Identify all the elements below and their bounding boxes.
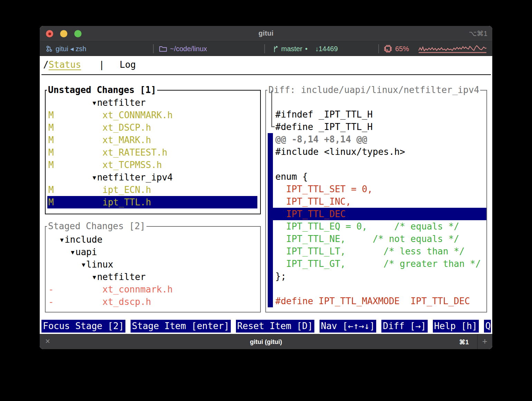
diff-line-removed[interactable]: IPT_TTL_INC, <box>266 195 486 208</box>
session-segment: gitui ◂ zsh <box>46 41 86 56</box>
file-row[interactable]: M xt_RATEEST.h <box>46 146 260 159</box>
cpu-chip-icon <box>383 44 392 53</box>
staged-panel-title: Staged Changes [2] <box>47 220 146 232</box>
diff-line-added[interactable]: IPT_TTL_LT, /* less than */ <box>266 245 486 258</box>
window-shortcut-hint: ⌥⌘1 <box>469 29 487 38</box>
tab-bar-separator <box>477 334 478 349</box>
diff-line-added[interactable]: IPT_TTL_GT, /* greater than */ <box>266 258 486 270</box>
quit-button-truncated[interactable]: Qu <box>484 320 491 333</box>
keybind-bar: Focus Stage [2] Stage Item [enter] Reset… <box>41 320 491 333</box>
tree-dir-row[interactable]: ▾netfilter_ipv4 <box>46 171 260 184</box>
diff-line-removed[interactable]: #define IPT_TTL_MAXMODE IPT_TTL_DEC <box>266 295 486 307</box>
branch-name: master <box>281 45 302 53</box>
diff-line[interactable]: #include <linux/types.h> <box>266 146 486 158</box>
tree-dir-row[interactable]: ▾netfilter <box>46 271 260 283</box>
window-title: gitui <box>40 29 492 37</box>
diff-line-added[interactable]: IPT_TTL_NE, /* not equals */ <box>266 233 486 245</box>
file-row[interactable]: M xt_DSCP.h <box>46 121 260 134</box>
diff-line[interactable]: }; <box>266 270 486 282</box>
diff-line[interactable]: #define _IPT_TTL_H <box>266 121 486 133</box>
terminal-window: gitui ⌥⌘1 gitui ◂ zsh ~/code/linux <box>40 26 492 349</box>
tree-dir-row[interactable]: ▾linux <box>46 258 260 271</box>
tab-separator-rule <box>41 74 491 75</box>
tab-log[interactable]: Log <box>120 59 136 70</box>
cwd-path: ~/code/linux <box>170 45 207 53</box>
statusbar-divider <box>378 44 379 53</box>
file-row-selected[interactable]: M ipt_TTL.h <box>47 196 257 208</box>
tree-dir-row[interactable]: ▾netfilter <box>46 96 260 109</box>
commits-behind-count: ↓14469 <box>315 45 338 53</box>
status-bar: gitui ◂ zsh ~/code/linux master • ↓14469 <box>40 41 492 56</box>
cpu-usage: 65% <box>395 45 409 53</box>
git-branch-icon <box>273 45 278 53</box>
folder-icon <box>159 45 167 52</box>
gitui-app: /Status|Log Unstaged Changes [1] ▾netfil… <box>40 56 492 334</box>
statusbar-divider <box>264 44 265 53</box>
tab-shortcut-hint: ⌘1 <box>459 338 469 346</box>
path-segment: ~/code/linux <box>159 41 207 56</box>
diff-panel: Diff: include/uapi/linux/netfilter_ipv4 … <box>265 90 487 313</box>
file-row[interactable]: M ipt_ECN.h <box>46 184 260 196</box>
diff-line-added[interactable]: IPT_TTL_EQ = 0, /* equals */ <box>266 220 486 233</box>
unstaged-panel-title: Unstaged Changes [1] <box>47 84 157 96</box>
nav-button[interactable]: Nav [←↑→↓] <box>320 320 377 333</box>
cpu-segment: 65% <box>383 41 409 56</box>
diff-panel-title: Diff: include/uapi/linux/netfilter_ipv4 <box>267 84 480 96</box>
diff-line-removed[interactable]: IPT_TTL_SET = 0, <box>266 183 486 195</box>
file-row[interactable]: - xt_connmark.h <box>46 283 260 296</box>
file-row[interactable]: - xt_dscp.h <box>46 296 260 308</box>
diff-line[interactable]: #ifndef _IPT_TTL_H <box>266 108 486 121</box>
stage-item-button[interactable]: Stage Item [enter] <box>131 320 231 333</box>
branch-dirty-dot: • <box>305 45 307 53</box>
statusbar-divider <box>153 44 154 53</box>
file-row[interactable]: M xt_CONNMARK.h <box>46 109 260 121</box>
diff-line[interactable] <box>266 282 486 295</box>
tab-prefix: / <box>43 59 49 70</box>
terminal-tab-bar: × gitui (gitui) ⌘1 + <box>40 334 492 349</box>
tab-status[interactable]: Status <box>49 59 81 70</box>
title-bar: gitui ⌥⌘1 <box>40 26 492 41</box>
diff-line[interactable]: enum { <box>266 170 486 183</box>
file-row[interactable]: M xt_MARK.h <box>46 134 260 146</box>
cpu-sparkline <box>418 44 487 56</box>
tree-dir-row[interactable]: ▾include <box>46 233 260 246</box>
reset-item-button[interactable]: Reset Item [D] <box>236 320 314 333</box>
new-tab-icon[interactable]: + <box>482 336 487 347</box>
diff-line-selected[interactable]: IPT_TTL_DEC <box>268 208 486 220</box>
unstaged-changes-panel: Unstaged Changes [1] ▾netfilter M xt_CON… <box>45 90 261 214</box>
git-segment: master • ↓14469 <box>273 41 338 56</box>
diff-line[interactable] <box>266 96 486 108</box>
session-label: gitui ◂ zsh <box>56 45 86 53</box>
diff-line[interactable] <box>266 158 486 170</box>
tree-dir-row[interactable]: ▾uapi <box>46 246 260 258</box>
file-row[interactable]: M xt_TCPMSS.h <box>46 159 260 171</box>
terminal-tab-title[interactable]: gitui (gitui) <box>40 338 492 346</box>
tab-divider: | <box>99 59 105 70</box>
session-tree-icon <box>46 45 53 53</box>
staged-changes-panel: Staged Changes [2] ▾include ▾uapi ▾linux… <box>45 226 261 313</box>
tab-bar: /Status|Log <box>43 58 136 71</box>
diff-hunk-header[interactable]: @@ -8,14 +8,14 @@ <box>266 133 486 146</box>
help-button[interactable]: Help [h] <box>433 320 479 333</box>
diff-button[interactable]: Diff [→] <box>381 320 427 333</box>
focus-stage-button[interactable]: Focus Stage [2] <box>41 320 125 333</box>
